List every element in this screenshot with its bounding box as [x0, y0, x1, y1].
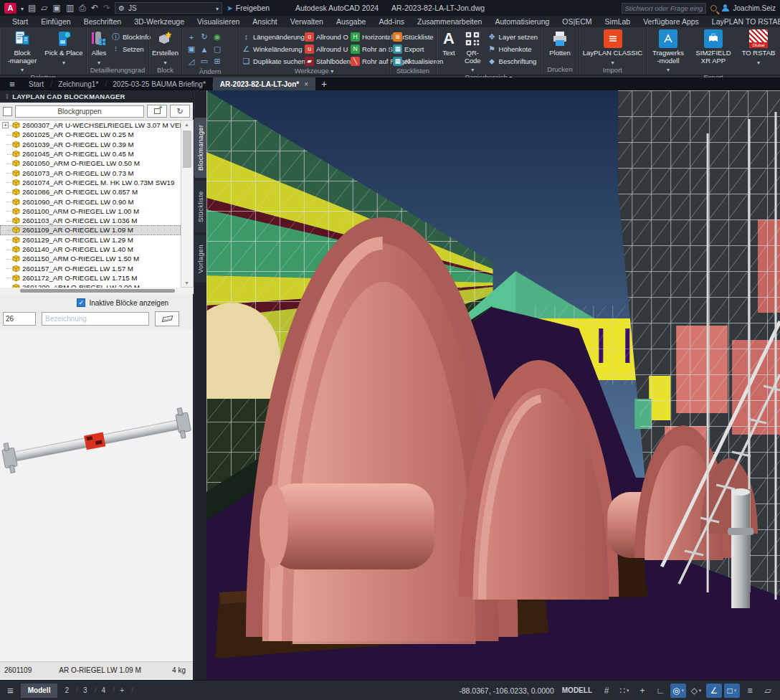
user-avatar-icon[interactable] — [721, 4, 729, 12]
export-stueckliste-button[interactable]: ▦ Export — [393, 43, 443, 55]
new-drawing-tab-button[interactable]: + — [315, 77, 333, 90]
ribbon-tab[interactable]: SimLab — [599, 16, 637, 27]
tragwerksmodell-button[interactable]: Tragwerks -modell — [650, 29, 687, 73]
viewport-3d[interactable] — [206, 90, 780, 680]
add-block-group-button[interactable] — [147, 105, 167, 118]
block-tree-item[interactable]: 2601129_AR O-RIEGEL LW 1.29 M — [0, 235, 181, 245]
layplan-classic-button[interactable]: LayPLAN CLASSIC — [582, 29, 643, 66]
count-filter-input[interactable] — [3, 312, 36, 326]
ribbon-tab[interactable]: OS|ECM — [556, 16, 598, 27]
ribbon-tab[interactable]: Einfügen — [34, 16, 77, 27]
selection-cycling-toggle[interactable]: ▱ — [760, 684, 776, 698]
stueckliste-button[interactable]: ≣ Stückliste — [393, 31, 443, 42]
qr-code-button[interactable]: QR-Code — [461, 29, 485, 73]
block-tree-item[interactable]: 2601157_AR O-RIEGEL LW 1.57 M — [0, 263, 181, 273]
laengenaenderung-button[interactable]: ↕ Längenänderung — [242, 31, 303, 42]
copy-icon[interactable]: ▣ — [185, 43, 198, 55]
plotten-button[interactable]: Plotten — [544, 29, 576, 57]
help-search-input[interactable] — [622, 3, 706, 14]
aktualisieren-button[interactable]: ▦ Aktualisieren — [393, 55, 443, 67]
save-as-icon[interactable]: ▥ — [66, 3, 74, 13]
side-tab-blockmanager[interactable]: Blockmanager — [194, 118, 206, 178]
tree-expander-icon[interactable] — [2, 122, 9, 128]
tree-horizontal-scrollbar[interactable] — [0, 288, 194, 294]
layout-tab[interactable]: + — [113, 684, 131, 698]
undo-icon[interactable]: ↶ — [91, 3, 98, 13]
app-menu-caret-icon[interactable] — [21, 4, 24, 12]
open-file-icon[interactable]: ▱ — [41, 3, 47, 13]
blockgruppen-dropdown[interactable]: Blockgruppen — [15, 105, 144, 118]
block-tree-item[interactable]: 2601103_AR O-RIEGEL LW 1.036 M — [0, 216, 181, 225]
layout-tab[interactable]: 3 — [76, 684, 95, 698]
ribbon-tab[interactable]: Ansicht — [246, 16, 283, 27]
print-icon[interactable]: ⎙ — [79, 3, 86, 13]
block-tree-item[interactable]: 2601200_ARM O-RIEGEL LW 2.00 M — [0, 283, 181, 288]
allround-u-button[interactable]: u Allround U — [305, 43, 349, 55]
ribbon-tab[interactable]: 3D-Werkzeuge — [128, 16, 191, 27]
select-all-checkbox[interactable] — [3, 107, 12, 116]
3d-mirror-icon[interactable]: ▢ — [211, 43, 224, 55]
winkelaenderung-button[interactable]: ∠ Winkeländerung — [242, 43, 303, 55]
sim2field-button[interactable]: SIM2FIELD XR APP — [691, 29, 736, 65]
block-tree-item[interactable]: 2601039_AR O-RIEGEL LW 0.39 M — [0, 140, 181, 149]
ribbon-tab[interactable]: Verfügbare Apps — [637, 16, 705, 27]
layer-setzen-button[interactable]: ❖ Layer setzen — [488, 31, 538, 42]
clear-filter-button[interactable] — [155, 311, 179, 326]
file-tab[interactable]: 2025-03-25 BAUMA Briefing* — [105, 77, 213, 90]
text-button[interactable]: A Text — [439, 29, 458, 57]
snap-toggle[interactable]: ∷▾ — [617, 684, 632, 698]
block-tree-item[interactable]: 2601109_AR O-RIEGEL LW 1.09 M — [0, 225, 181, 235]
tree-vertical-scrollbar[interactable] — [181, 120, 194, 288]
polar-array-icon[interactable]: ◉ — [211, 31, 224, 43]
layout-tab[interactable]: 2 — [57, 684, 76, 698]
block-tree-item[interactable]: 2600307_AR U-WECHSELRIEGEL LW 3.07 M VER… — [0, 120, 181, 130]
stretch-icon[interactable]: ◿ — [185, 55, 198, 67]
ribbon-tab[interactable]: Beschriften — [77, 16, 128, 27]
beschriftung-button[interactable]: ⬥ Beschriftung — [488, 55, 538, 67]
file-tab[interactable]: Zeichnung1* — [51, 77, 105, 90]
ribbon-tab[interactable]: LayPLAN TO RSTAB — [705, 16, 780, 27]
model-space-label[interactable]: MODELL — [562, 686, 592, 694]
stahlboeden-button[interactable]: ▰ Stahlböden — [305, 55, 349, 67]
side-tab-vorlagen[interactable]: Vorlagen — [194, 235, 206, 283]
rohr-an-stiel-button[interactable]: N Rohr an Stiel — [351, 43, 392, 55]
block-tree-item[interactable]: 2601140_AR O-RIEGEL LW 1.40 M — [0, 245, 181, 254]
rotate-icon[interactable]: ↻ — [198, 31, 211, 43]
block-tree-item[interactable]: 2601150_ARM O-RIEGEL LW 1.50 M — [0, 254, 181, 263]
ortho-toggle[interactable]: ∟ — [652, 684, 668, 698]
block-tree-item[interactable]: 2601100_ARM O-RIEGEL LW 1.00 M — [0, 207, 181, 216]
block-search-input[interactable] — [42, 312, 149, 326]
ribbon-tab[interactable]: Verwalten — [284, 16, 330, 27]
new-file-icon[interactable]: ▤ — [28, 3, 36, 13]
block-tree-item[interactable]: 2601172_AR O-RIEGEL LW 1.715 M — [0, 273, 181, 283]
show-inactive-checkbox[interactable] — [77, 298, 85, 307]
layout-menu-icon[interactable]: ≡ — [4, 684, 19, 696]
panel-title-werkzeuge[interactable]: Werkzeuge — [242, 67, 386, 76]
close-icon[interactable] — [304, 80, 308, 88]
pick-and-place-button[interactable]: Pick & Place — [44, 29, 83, 66]
polar-tracking-toggle[interactable]: ◎▾ — [670, 684, 686, 698]
ribbon-tab[interactable]: Zusammenarbeiten — [411, 16, 488, 27]
layout-tab[interactable]: 4 — [95, 684, 113, 698]
lineweight-toggle[interactable]: ≡ — [742, 684, 758, 698]
offset-icon[interactable]: ▭ — [198, 55, 211, 67]
block-tree-item[interactable]: 2601090_AR O-RIEGEL LW 0.90 M — [0, 197, 181, 206]
to-rstab-button[interactable]: Dlubal TO RSTAB — [740, 29, 777, 66]
setzen-button[interactable]: ⁝ Setzen — [111, 43, 151, 55]
signed-in-user[interactable]: Joachim.Seiz — [733, 4, 776, 12]
blockmanager-button[interactable]: Block -manager — [3, 29, 42, 73]
redo-icon[interactable]: ↷ — [103, 3, 110, 13]
block-tree-item[interactable]: 2601086_AR O-RIEGEL LW 0.857 M — [0, 187, 181, 197]
alles-button[interactable]: Alles — [90, 29, 108, 66]
mirror-icon[interactable]: ▲ — [198, 43, 211, 55]
file-tab[interactable]: Start — [22, 77, 51, 90]
ribbon-tab[interactable]: Automatisierung — [488, 16, 556, 27]
horizontalrohr-button[interactable]: H Horizontalrohr — [351, 31, 392, 42]
grid-toggle[interactable]: # — [599, 684, 614, 698]
side-tab-stueckliste[interactable]: Stückliste — [194, 181, 206, 232]
save-icon[interactable]: ▣ — [53, 3, 61, 13]
rectangular-array-icon[interactable]: ⊞ — [211, 55, 224, 67]
ribbon-tab[interactable]: Ausgabe — [330, 16, 372, 27]
workspace-dropdown[interactable]: ⚙ JS — [115, 2, 222, 14]
block-tree-item[interactable]: 2601074_AR O-RIEGEL M. HK LW 0.73M SW19 — [0, 178, 181, 187]
